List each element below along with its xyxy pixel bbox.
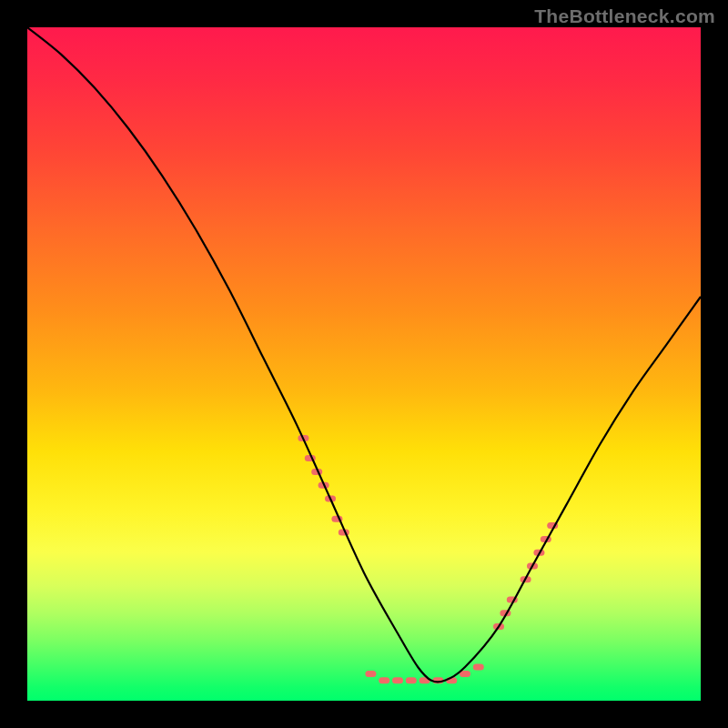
curve-marker <box>406 677 417 683</box>
chart-frame: TheBottleneck.com <box>0 0 728 728</box>
watermark-label: TheBottleneck.com <box>534 5 715 27</box>
curve-layer <box>27 27 701 701</box>
marker-group <box>298 435 558 683</box>
plot-area <box>27 27 701 701</box>
curve-marker <box>365 671 376 677</box>
curve-marker <box>392 677 403 683</box>
curve-marker <box>473 664 484 671</box>
bottleneck-curve <box>27 27 701 682</box>
curve-marker <box>379 677 389 683</box>
